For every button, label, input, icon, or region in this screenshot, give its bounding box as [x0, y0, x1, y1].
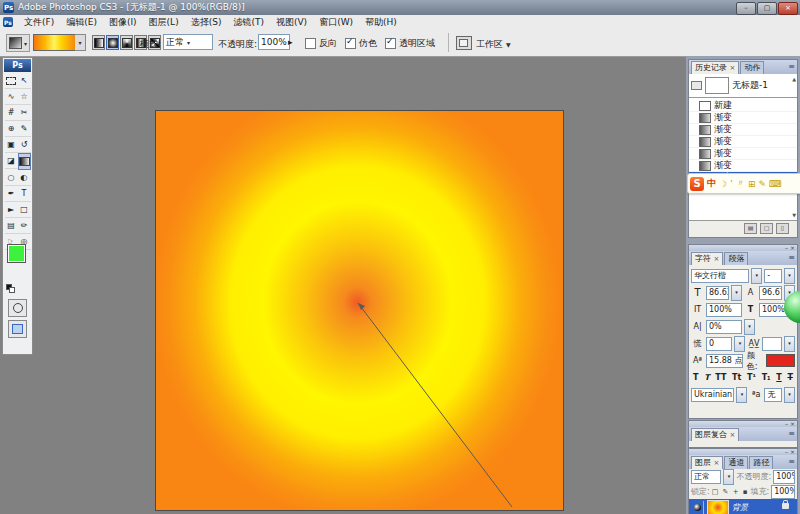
tool-notes[interactable]: ▤ [5, 218, 18, 234]
tab-close-icon[interactable]: × [714, 459, 720, 467]
all-caps-button[interactable]: TT [715, 373, 726, 382]
menu-window[interactable]: 窗口(W) [313, 15, 359, 29]
tool-blur[interactable]: ○ [5, 170, 18, 186]
tool-slice[interactable]: ✂ [18, 105, 31, 121]
chevron-down-icon[interactable]: ▾ [736, 387, 747, 403]
tool-rectangular-marquee[interactable] [5, 73, 18, 89]
panel-menu-icon[interactable]: ≡ [788, 253, 795, 262]
minimize-button[interactable]: – [736, 2, 756, 15]
reverse-checkbox[interactable] [305, 38, 316, 49]
tool-shape[interactable]: □ [18, 202, 31, 218]
tool-eraser[interactable]: ◪ [5, 153, 18, 169]
gradient-picker-arrow[interactable]: ▾ [75, 34, 86, 51]
menu-layer[interactable]: 图层(L) [143, 15, 185, 29]
tool-pen[interactable]: ✒ [5, 186, 18, 202]
history-step-gradient[interactable]: 渐变 [689, 136, 797, 148]
dither-checkbox[interactable] [345, 38, 356, 49]
leading-field[interactable]: 96.67 点 [759, 286, 782, 300]
scroll-down-icon[interactable]: ▼ [792, 212, 796, 218]
history-step-gradient[interactable]: 渐变 [689, 148, 797, 160]
tool-gradient[interactable] [18, 153, 31, 170]
snapshot-row[interactable]: 无标题-1 [689, 74, 797, 96]
tool-eyedropper[interactable]: ✏ [18, 218, 31, 234]
history-step-gradient[interactable]: 渐变 [689, 124, 797, 136]
tab-character[interactable]: 字符 × [691, 252, 723, 265]
av-field[interactable] [762, 337, 782, 351]
mode-select[interactable]: 正常 ▾ [163, 34, 213, 50]
tab-close-icon[interactable]: × [714, 255, 720, 263]
gradient-preview[interactable] [33, 34, 77, 51]
chevron-down-icon[interactable]: ▾ [751, 268, 762, 284]
opacity-spinner[interactable]: ▸ [288, 37, 293, 47]
new-snapshot-button[interactable]: ▢ [760, 223, 773, 234]
history-step-new[interactable]: 新建 [689, 100, 797, 112]
tool-type[interactable]: T [18, 186, 31, 202]
tab-layers[interactable]: 图层 × [691, 456, 723, 469]
panel-menu-icon[interactable]: ≡ [788, 457, 795, 466]
workspace-dropdown[interactable]: 工作区 ▼ [476, 38, 511, 51]
close-button[interactable]: × [778, 2, 798, 15]
history-step-gradient[interactable]: 渐变 [689, 112, 797, 124]
fill-field[interactable]: 100% [771, 485, 795, 499]
transparency-checkbox[interactable] [385, 38, 396, 49]
tool-move[interactable]: ↖ [18, 73, 31, 89]
font-style-select[interactable]: - [764, 269, 782, 283]
tool-crop[interactable]: # [5, 105, 18, 121]
kerning-field[interactable]: 0 [706, 337, 732, 351]
chevron-down-icon[interactable]: ▾ [734, 336, 745, 352]
opacity-field[interactable]: 100% [258, 34, 290, 50]
chevron-down-icon[interactable]: ▾ [744, 319, 755, 335]
chevron-down-icon[interactable]: ▾ [731, 285, 742, 301]
bridge-icon[interactable] [456, 36, 472, 50]
radial-gradient-button[interactable] [106, 35, 119, 50]
tab-paths[interactable]: 路径 [749, 456, 773, 469]
panel-menu-icon[interactable]: ≡ [788, 62, 795, 71]
tool-clone-stamp[interactable]: ▣ [5, 137, 18, 153]
foreground-color-swatch[interactable] [8, 245, 25, 262]
ime-symbol-icon[interactable]: 〃 [736, 177, 745, 190]
tool-history-brush[interactable]: ↺ [18, 137, 31, 153]
maximize-button[interactable]: ▢ [757, 2, 777, 15]
tool-preset-picker[interactable]: ▾ [6, 34, 30, 52]
baseline-shift-field[interactable]: 15.88 点 [706, 354, 743, 368]
layer-row-background[interactable]: 背景 [689, 499, 797, 514]
ime-board-icon[interactable]: ⊞ [748, 179, 756, 189]
tool-dodge[interactable]: ◐ [18, 170, 31, 186]
history-step-gradient[interactable]: 渐变 [689, 160, 797, 172]
menu-edit[interactable]: 编辑(E) [60, 15, 103, 29]
superscript-button[interactable]: T¹ [747, 373, 756, 382]
underline-button[interactable]: T [776, 373, 781, 382]
tool-path-selection[interactable]: ► [5, 202, 18, 218]
menu-file[interactable]: 文件(F) [18, 15, 60, 29]
blend-mode-select[interactable]: 正常 [691, 470, 721, 484]
subscript-button[interactable]: T₁ [762, 373, 771, 382]
tab-paragraph[interactable]: 段落 [724, 252, 748, 265]
text-color-swatch[interactable] [766, 354, 795, 367]
ime-punctuation-icon[interactable]: ’ [730, 179, 733, 189]
ime-chinese-mode-icon[interactable]: 中 [707, 177, 716, 190]
tab-close-icon[interactable]: × [730, 431, 736, 439]
ime-halfwidth-icon[interactable]: ☽ [719, 179, 727, 189]
angle-gradient-button[interactable] [120, 35, 133, 50]
ime-toolbar[interactable]: S 中 ☽ ’ 〃 ⊞ ✎ ⌨ [687, 173, 800, 194]
tool-magic-wand[interactable]: ☆ [18, 89, 31, 105]
chevron-down-icon[interactable]: ▾ [784, 387, 795, 403]
tool-lasso[interactable]: ∿ [5, 89, 18, 105]
menu-image[interactable]: 图像(I) [103, 15, 143, 29]
ime-logo-icon[interactable]: S [690, 177, 704, 191]
linear-gradient-button[interactable] [92, 35, 105, 50]
language-select[interactable]: Ukrainian [691, 388, 734, 402]
menu-filter[interactable]: 滤镜(T) [227, 15, 270, 29]
menu-help[interactable]: 帮助(H) [359, 15, 403, 29]
faux-italic-button[interactable]: T [704, 373, 709, 382]
panel-menu-icon[interactable]: ≡ [788, 429, 795, 438]
scroll-up-icon[interactable]: ▲ [792, 76, 796, 82]
quick-mask-button[interactable] [8, 299, 27, 317]
tab-history[interactable]: 历史记录 × [691, 61, 739, 74]
tab-channels[interactable]: 通道 [724, 456, 748, 469]
antialias-select[interactable]: 无 [764, 388, 782, 402]
strikethrough-button[interactable]: T [787, 373, 792, 382]
document-canvas[interactable] [155, 110, 564, 511]
small-caps-button[interactable]: Tt [732, 373, 741, 382]
lock-buttons[interactable]: □ ✎ + ▪ [712, 488, 749, 496]
